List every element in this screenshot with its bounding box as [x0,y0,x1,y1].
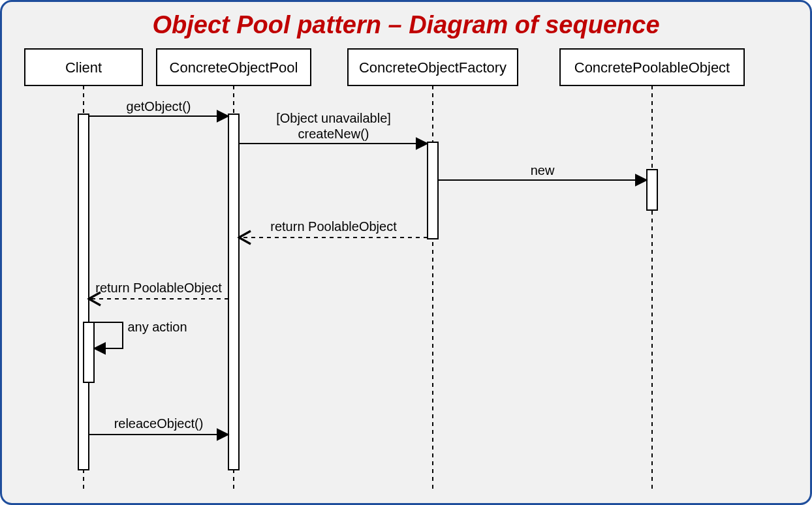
sequence-diagram: Client ConcreteObjectPool ConcreteObject… [2,39,810,496]
label-anyaction: any action [127,320,187,334]
diagram-frame: Object Pool pattern – Diagram of sequenc… [0,0,812,505]
label-guard: [Object unavailable] [276,111,391,125]
participant-pool-label: ConcreteObjectPool [170,59,298,76]
participant-object-label: ConcretePoolableObject [574,59,730,76]
label-getobject: getObject() [127,99,191,114]
label-return1: return PoolableObject [270,219,397,234]
activation-pool [228,114,239,470]
activation-object [647,170,657,210]
activation-client-inner [84,322,94,382]
participant-client-label: Client [65,59,102,76]
participant-factory-label: ConcreteObjectFactory [359,59,507,76]
label-createnew: createNew() [298,127,369,141]
label-new: new [531,163,555,177]
activation-client [78,114,89,470]
label-release: releaceObject() [114,416,204,431]
label-return2: return PoolableObject [95,281,222,295]
diagram-title: Object Pool pattern – Diagram of sequenc… [2,2,810,39]
activation-factory [428,142,438,239]
